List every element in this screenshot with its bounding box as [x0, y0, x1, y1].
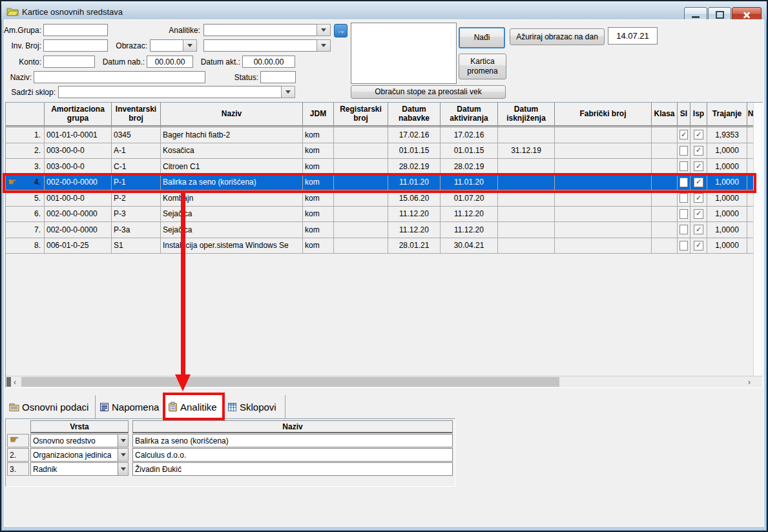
cell-registarski-broj[interactable] — [334, 175, 388, 191]
si-checkbox[interactable] — [680, 130, 688, 139]
cell-isp[interactable] — [690, 238, 707, 254]
cell-num[interactable]: ☛4. — [6, 175, 45, 191]
analitike-go-button[interactable]: → — [334, 24, 348, 37]
tab-analitike[interactable]: Analitike — [164, 395, 223, 418]
cell-jdm[interactable]: kom — [303, 207, 334, 223]
datum-akt-input[interactable] — [242, 56, 295, 68]
cell-fabricki-broj[interactable] — [555, 159, 652, 175]
cell-klasa[interactable] — [652, 159, 678, 175]
column-header-isp[interactable]: Isp — [690, 103, 707, 127]
cell-klasa[interactable] — [652, 127, 678, 143]
status-input[interactable] — [260, 71, 296, 83]
azuriraj-date-input[interactable] — [608, 27, 658, 45]
cell-isp[interactable] — [690, 127, 707, 143]
cell-naziv[interactable]: Sejačica — [161, 207, 303, 223]
cell-registarski-broj[interactable] — [334, 222, 388, 238]
cell-klasa[interactable] — [652, 143, 678, 159]
analitika-naziv-input[interactable] — [132, 462, 453, 476]
am-grupa-input[interactable] — [43, 24, 108, 36]
column-header-row-number[interactable] — [6, 103, 45, 127]
analitika-naziv-input[interactable] — [132, 434, 453, 447]
obrazac-name-combobox-field[interactable] — [203, 39, 317, 52]
analitika-row-label[interactable]: 2. — [7, 448, 29, 462]
cell-datum-aktiviranja[interactable]: 28.02.19 — [441, 159, 498, 175]
cell-isp[interactable] — [690, 159, 707, 175]
analitika-row-label[interactable]: 3. — [7, 462, 29, 476]
cell-datum-nabavke[interactable]: 11.12.20 — [388, 222, 441, 238]
cell-inventarski-broj[interactable]: P-3 — [112, 207, 161, 223]
cell-klasa[interactable] — [652, 238, 678, 254]
tab-napomena[interactable]: Napomena — [96, 395, 164, 418]
cell-fabricki-broj[interactable] — [555, 222, 652, 238]
konto-input[interactable] — [43, 56, 95, 68]
cell-datum-isknjizenja[interactable] — [498, 190, 555, 207]
cell-naziv[interactable]: Bager htachi fiatb-2 — [161, 127, 303, 143]
column-header-inventarski-broj[interactable]: Inventarski broj — [112, 103, 161, 127]
column-header-datum-nabavke[interactable]: Datum nabavke — [388, 103, 441, 127]
column-header-amortizaciona-grupa[interactable]: Amortizaciona grupa — [45, 103, 112, 127]
column-header-naziv[interactable]: Naziv — [161, 103, 303, 127]
cell-registarski-broj[interactable] — [334, 207, 388, 223]
isp-checkbox[interactable] — [694, 241, 703, 251]
analitika-row-label[interactable]: ☛ — [7, 434, 29, 447]
cell-jdm[interactable]: kom — [303, 175, 334, 191]
cell-naziv[interactable]: Kombajn — [161, 190, 303, 207]
analitika-naziv-input[interactable] — [132, 448, 453, 462]
cell-datum-aktiviranja[interactable]: 11.12.20 — [441, 207, 498, 223]
vrsta-select-value[interactable]: Osnovno sredstvo — [30, 434, 118, 447]
si-checkbox[interactable] — [680, 178, 688, 187]
cell-fabricki-broj[interactable] — [555, 238, 652, 254]
si-checkbox[interactable] — [680, 225, 688, 234]
cell-inventarski-broj[interactable]: P-2 — [112, 190, 161, 207]
cell-si[interactable] — [678, 222, 690, 238]
cell-amortizaciona-grupa[interactable]: 003-00-0-0 — [45, 143, 112, 159]
sadrzi-sklop-combobox-field[interactable] — [58, 86, 281, 98]
isp-checkbox[interactable] — [694, 161, 703, 171]
cell-trajanje[interactable]: 1,0000 — [707, 143, 747, 159]
cell-naziv[interactable]: Balirka za seno (korišćena) — [161, 175, 303, 191]
cell-fabricki-broj[interactable] — [555, 190, 652, 207]
isp-checkbox[interactable] — [694, 193, 703, 203]
cell-datum-aktiviranja[interactable]: 30.04.21 — [441, 238, 498, 254]
analitike-listbox[interactable] — [351, 23, 457, 84]
vrsta-column-header[interactable]: Vrsta — [30, 420, 129, 433]
cell-amortizaciona-grupa[interactable]: 003-00-0-0 — [45, 159, 112, 175]
cell-jdm[interactable]: kom — [303, 159, 334, 175]
obrazac-name-combobox-dropdown-button[interactable] — [317, 39, 331, 52]
cell-datum-aktiviranja[interactable]: 01.01.15 — [441, 143, 498, 159]
cell-trajanje[interactable]: 1,0000 — [707, 190, 747, 207]
cell-num[interactable]: 7. — [6, 222, 45, 238]
cell-jdm[interactable]: kom — [303, 238, 334, 254]
cell-jdm[interactable]: kom — [303, 143, 334, 159]
column-header-klasa[interactable]: Klasa — [652, 103, 678, 127]
scroll-left-arrow[interactable]: ‹ — [14, 376, 16, 387]
cell-registarski-broj[interactable] — [334, 127, 388, 143]
analitike-combobox-dropdown-button[interactable] — [317, 24, 331, 36]
cell-datum-isknjizenja[interactable]: 31.12.19 — [498, 143, 555, 159]
cell-klasa[interactable] — [652, 190, 678, 207]
cell-datum-aktiviranja[interactable]: 11.12.20 — [441, 222, 498, 238]
cell-datum-isknjizenja[interactable] — [498, 127, 555, 143]
cell-datum-aktiviranja[interactable]: 01.07.20 — [441, 190, 498, 207]
cell-registarski-broj[interactable] — [334, 190, 388, 207]
cell-registarski-broj[interactable] — [334, 238, 388, 254]
nadji-button[interactable]: Nađi — [459, 27, 505, 48]
cell-num[interactable]: 8. — [6, 238, 45, 254]
title-bar[interactable]: Kartice osnovnih sredstava — [1, 1, 767, 20]
cell-datum-nabavke[interactable]: 11.01.20 — [388, 175, 441, 191]
cell-inventarski-broj[interactable]: 0345 — [112, 127, 161, 143]
obrazac-combobox-field[interactable] — [150, 39, 183, 52]
cell-trajanje[interactable]: 1,0000 — [707, 207, 747, 223]
cell-klasa[interactable] — [652, 175, 678, 191]
vrsta-select-value[interactable]: Radnik — [30, 462, 118, 476]
kartica-promena-button[interactable]: Kartica promena — [459, 54, 506, 79]
cell-si[interactable] — [678, 207, 690, 223]
tab-sklopovi[interactable]: Sklopovi — [223, 395, 285, 418]
cell-num[interactable]: 6. — [6, 207, 45, 223]
scrollbar-grip[interactable] — [6, 377, 11, 387]
cell-datum-aktiviranja[interactable]: 17.02.16 — [441, 127, 498, 143]
cell-fabricki-broj[interactable] — [555, 175, 652, 191]
cell-registarski-broj[interactable] — [334, 159, 388, 175]
cell-isp[interactable] — [690, 143, 707, 159]
cell-jdm[interactable]: kom — [303, 190, 334, 207]
